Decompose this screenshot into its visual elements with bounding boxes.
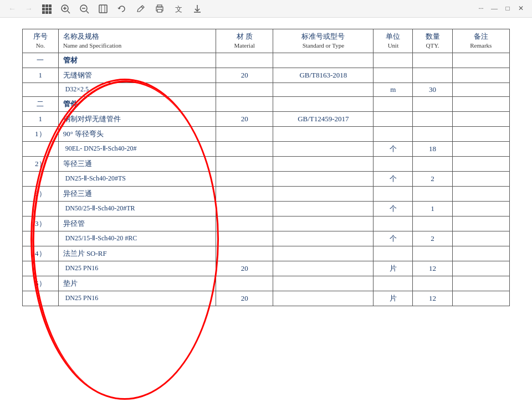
cell-material: 20 [216, 261, 273, 276]
svg-rect-16 [99, 5, 107, 13]
cell-remarks [452, 246, 509, 261]
table-header-row: 序号 No. 名称及规格 Name and Specification 材 质 … [23, 29, 510, 53]
svg-line-12 [68, 11, 70, 13]
table-row: 二管件 [23, 96, 510, 111]
print-button[interactable] [153, 2, 166, 16]
cell-unit: 片 [374, 291, 413, 306]
cell-name: 90EL- DN25-Ⅱ-Sch40-20# [58, 141, 216, 156]
cell-standard [273, 171, 374, 186]
svg-rect-2 [49, 4, 52, 7]
cell-unit: 个 [374, 231, 413, 246]
cell-qty [413, 126, 452, 141]
cell-name: 无缝钢管 [58, 68, 216, 83]
cell-material [216, 231, 273, 246]
table-row: DN50/25-Ⅱ-Sch40-20#TR个1 [23, 201, 510, 216]
parts-table: 序号 No. 名称及规格 Name and Specification 材 质 … [22, 29, 510, 306]
svg-rect-5 [49, 8, 52, 11]
cell-name: 垫片 [58, 276, 216, 291]
edit-button[interactable] [134, 2, 147, 16]
cell-material: 20 [216, 291, 273, 306]
cell-unit [374, 186, 413, 201]
cell-material [216, 141, 273, 156]
header-remarks: 备注 Remarks [452, 29, 509, 53]
cell-unit [374, 53, 413, 68]
svg-rect-3 [42, 8, 45, 11]
cell-no: 一 [23, 53, 59, 68]
cell-name: D32×2.5 [58, 83, 216, 96]
cell-material [216, 83, 273, 96]
cell-standard [273, 126, 374, 141]
cell-qty [413, 186, 452, 201]
table-row: 1无缝钢管20GB/T8163-2018 [23, 68, 510, 83]
fit-button[interactable] [96, 2, 110, 16]
cell-unit [374, 276, 413, 291]
cell-material [216, 126, 273, 141]
table-row: 3）异径三通 [23, 186, 510, 201]
cell-qty: 18 [413, 141, 452, 156]
cell-standard [273, 83, 374, 96]
cell-remarks [452, 291, 509, 306]
table-row: 4）法兰片 SO-RF [23, 246, 510, 261]
svg-rect-1 [45, 4, 48, 7]
svg-text:文: 文 [175, 5, 182, 13]
cell-remarks [452, 53, 509, 68]
cell-standard [273, 231, 374, 246]
cell-material [216, 186, 273, 201]
cell-unit [374, 246, 413, 261]
cell-material: 20 [216, 111, 273, 126]
cell-no: 3） [23, 186, 59, 201]
cell-no: 2） [23, 156, 59, 171]
zoom-out-button[interactable] [78, 2, 91, 16]
cell-name: 钢制对焊无缝管件 [58, 111, 216, 126]
more-button[interactable]: ··· [477, 4, 485, 13]
table-row: 3）异径管 [23, 216, 510, 231]
cell-remarks [452, 141, 509, 156]
cell-unit [374, 126, 413, 141]
cell-material [216, 156, 273, 171]
cell-material [216, 53, 273, 68]
cell-qty: 1 [413, 201, 452, 216]
apps-button[interactable] [40, 2, 53, 16]
titlebar-right: ··· — □ ✕ [477, 4, 525, 13]
close-button[interactable]: ✕ [516, 4, 525, 13]
cell-remarks [452, 186, 509, 201]
cell-unit: 片 [374, 261, 413, 276]
cell-qty: 2 [413, 171, 452, 186]
rotate-left-button[interactable] [115, 2, 129, 16]
svg-line-19 [141, 7, 143, 8]
header-name: 名称及规格 Name and Specification [58, 29, 216, 53]
cell-standard [273, 201, 374, 216]
text-button[interactable]: 文 [172, 2, 185, 16]
cell-unit [374, 96, 413, 111]
minimize-button[interactable]: — [490, 4, 499, 13]
maximize-button[interactable]: □ [503, 4, 512, 13]
svg-rect-21 [157, 9, 162, 12]
cell-name: DN25-Ⅱ-Sch40-20#TS [58, 171, 216, 186]
cell-remarks [452, 201, 509, 216]
cell-unit: 个 [374, 171, 413, 186]
forward-button[interactable]: → [23, 3, 34, 14]
zoom-in-button[interactable] [59, 2, 72, 16]
cell-unit [374, 216, 413, 231]
cell-remarks [452, 96, 509, 111]
table-row: DN25 PN1620片12 [23, 261, 510, 276]
cell-standard [273, 291, 374, 306]
cell-unit [374, 68, 413, 83]
cell-material: 20 [216, 68, 273, 83]
back-button[interactable]: ← [7, 3, 18, 14]
cell-remarks [452, 83, 509, 96]
cell-material [216, 96, 273, 111]
cell-no: 4） [23, 246, 59, 261]
cell-qty: 30 [413, 83, 452, 96]
svg-rect-6 [42, 11, 45, 14]
cell-remarks [452, 68, 509, 83]
download-button[interactable] [191, 2, 204, 16]
cell-no [23, 141, 59, 156]
header-qty: 数量 QTY. [413, 29, 452, 53]
cell-no [23, 171, 59, 186]
svg-rect-0 [42, 4, 45, 7]
table-row: 90EL- DN25-Ⅱ-Sch40-20#个18 [23, 141, 510, 156]
cell-remarks [452, 156, 509, 171]
cell-qty [413, 53, 452, 68]
cell-name: 等径三通 [58, 156, 216, 171]
